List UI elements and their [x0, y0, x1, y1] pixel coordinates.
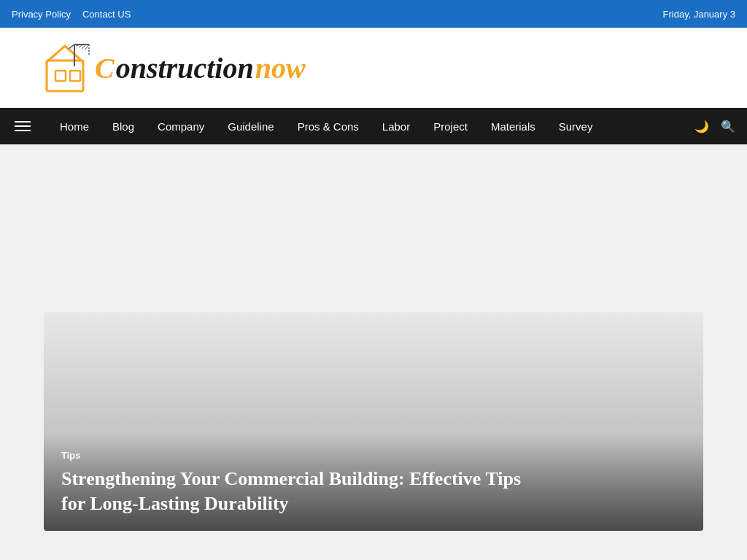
featured-title: Strengthening Your Commercial Building: …: [61, 467, 686, 516]
privacy-policy-link[interactable]: Privacy Policy: [12, 9, 71, 20]
search-icon[interactable]: 🔍: [721, 120, 735, 133]
nav-links: Home Blog Company Guideline Pros & Cons …: [48, 110, 694, 143]
top-bar: Privacy Policy Contact US Friday, Januar…: [0, 0, 747, 28]
nav-survey[interactable]: Survey: [547, 110, 605, 143]
logo-icon: [44, 39, 95, 97]
nav-project[interactable]: Project: [422, 110, 479, 143]
contact-us-link[interactable]: Contact US: [82, 9, 131, 20]
featured-overlay: Tips Strengthening Your Commercial Build…: [44, 434, 703, 531]
top-bar-links: Privacy Policy Contact US: [12, 9, 131, 20]
svg-line-6: [69, 44, 74, 49]
ad-banner: [0, 144, 747, 312]
main-content: Tips Strengthening Your Commercial Build…: [0, 312, 747, 560]
top-bar-date: Friday, January 3: [663, 9, 735, 20]
navbar: Home Blog Company Guideline Pros & Cons …: [0, 108, 747, 144]
nav-labor[interactable]: Labor: [371, 110, 422, 143]
featured-card[interactable]: Tips Strengthening Your Commercial Build…: [44, 312, 703, 531]
svg-rect-1: [55, 71, 66, 81]
nav-company[interactable]: Company: [146, 110, 216, 143]
nav-home[interactable]: Home: [48, 110, 101, 143]
nav-right-icons: 🌙 🔍: [694, 120, 735, 133]
dark-mode-icon[interactable]: 🌙: [694, 120, 709, 133]
logo-text: C onstruction now: [95, 51, 306, 85]
nav-blog[interactable]: Blog: [101, 110, 146, 143]
svg-rect-2: [70, 71, 80, 81]
nav-pros-cons[interactable]: Pros & Cons: [286, 110, 371, 143]
article-tag[interactable]: Tips: [61, 450, 81, 461]
hamburger-menu[interactable]: [12, 118, 34, 134]
logo[interactable]: C onstruction now: [44, 39, 306, 97]
nav-guideline[interactable]: Guideline: [216, 110, 285, 143]
header: C onstruction now: [0, 28, 747, 108]
nav-materials[interactable]: Materials: [479, 110, 547, 143]
